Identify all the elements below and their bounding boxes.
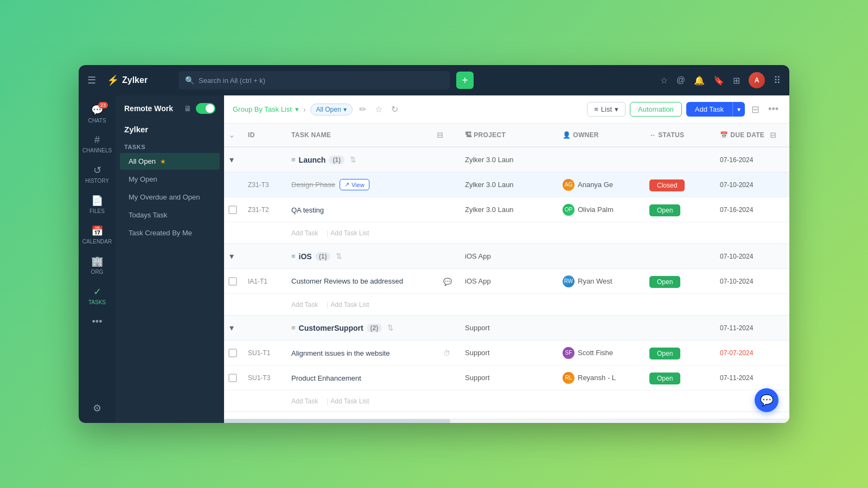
favorite-icon[interactable]: ☆ (373, 102, 385, 117)
nav-item-created-by-me[interactable]: Task Created By Me (120, 224, 220, 241)
table-row[interactable]: SU1-T3 Product Enhancement Support RL Re… (224, 365, 789, 390)
group-sort-icon-cs[interactable]: ⇅ (387, 324, 393, 332)
edit-icon[interactable]: ✏ (357, 102, 368, 117)
col-id: ID (248, 131, 291, 139)
sidebar-item-more[interactable]: ••• (82, 312, 112, 332)
add-task-link-launch[interactable]: Add Task (291, 229, 318, 237)
task-duedate-z31t2: 07-16-2024 (720, 206, 785, 214)
table-row[interactable]: Z31-T2 QA testing Zylker 3.0 Laun OP Oli… (224, 197, 789, 222)
filter-icon[interactable]: ⊟ (749, 101, 762, 118)
group-count-cs: (2) (367, 324, 382, 332)
sidebar-item-channels[interactable]: # CHANNELS (82, 130, 112, 158)
more-options-button[interactable]: ••• (766, 101, 781, 117)
add-task-list-link-cs[interactable]: Add Task List (330, 397, 369, 405)
owner-avatar-z31t2: OP (563, 204, 575, 216)
apps-grid-icon[interactable]: ⠿ (774, 74, 781, 86)
task-project-z31t2: Zylker 3.0 Laun (465, 206, 563, 214)
task-duedate-ia1t1: 07-10-2024 (720, 278, 785, 285)
at-icon[interactable]: @ (676, 75, 685, 85)
sidebar-item-history[interactable]: ↺ HISTORY (82, 160, 112, 188)
sidebar-item-org[interactable]: 🏢 ORG (82, 251, 112, 279)
topbar: ☰ ⚡ Zylker 🔍 + ☆ @ 🔔 🔖 ⊞ A ⠿ (79, 65, 789, 95)
owner-name-z31t2: Olivia Palm (578, 206, 614, 214)
group-row-customersupport[interactable]: ▾ ≡ CustomerSupport (2) ⇅ Support 07-11-… (224, 316, 789, 341)
bookmark-icon[interactable]: 🔖 (713, 75, 724, 86)
chat-fab-button[interactable]: 💬 (755, 388, 778, 412)
col-taskname: Task Name ⊟ (291, 131, 443, 139)
list-chevron: ▾ (615, 105, 618, 113)
refresh-icon[interactable]: ↻ (389, 102, 400, 117)
scrollbar-thumb[interactable] (224, 419, 450, 423)
add-task-button[interactable]: Add Task (686, 102, 732, 117)
task-checkbox-su1t3[interactable] (228, 374, 237, 382)
task-checkbox-ia1t1[interactable] (228, 277, 237, 286)
task-checkbox-z31t2[interactable] (228, 206, 237, 214)
group-sort-icon-ios[interactable]: ⇅ (336, 252, 342, 260)
sidebar-item-calendar[interactable]: 📅 CALENDAR (82, 221, 112, 249)
nav-item-all-open[interactable]: All Open ★ (120, 153, 220, 170)
group-row-ios[interactable]: ▾ ≡ iOS (1) ⇅ iOS App 07-10-2024 (224, 244, 789, 269)
tasks-icon: ✓ (93, 286, 101, 298)
sidebar-item-chats[interactable]: 💬 CHATS 23 (82, 100, 112, 128)
main-layout: 💬 CHATS 23 # CHANNELS ↺ HISTORY 📄 FILES … (79, 95, 789, 423)
automation-button[interactable]: Automation (630, 102, 682, 117)
task-status-cell-su1t3: Open (649, 373, 720, 383)
status-badge-ia1t1: Open (649, 276, 680, 288)
nav-item-my-open[interactable]: My Open (120, 171, 220, 188)
add-task-list-link-launch[interactable]: Add Task List (330, 229, 369, 237)
settings-icon: ⚙ (93, 402, 101, 414)
add-task-link-cs[interactable]: Add Task (291, 397, 318, 405)
search-bar[interactable]: 🔍 (178, 71, 450, 89)
user-avatar[interactable]: A (749, 72, 765, 88)
col-settings-icon[interactable]: ⊟ (770, 131, 776, 139)
chats-badge: 23 (98, 102, 108, 108)
group-by-breadcrumb[interactable]: Group By Task List ▾ (233, 105, 299, 113)
global-add-button[interactable]: + (456, 72, 474, 89)
group-chevron-ios[interactable]: ▾ (228, 250, 248, 262)
status-badge-su1t1: Open (649, 348, 680, 359)
table-row[interactable]: Z31-T3 Design Phase ↗ View Zylker 3.0 La… (224, 172, 789, 197)
view-icon: ↗ (344, 181, 349, 188)
group-sort-icon[interactable]: ⇅ (350, 156, 356, 164)
table-row[interactable]: IA1-T1 Customer Reviews to be addressed … (224, 269, 789, 294)
task-status-cell-z31t2: Open (649, 205, 720, 215)
horizontal-scrollbar[interactable] (224, 419, 789, 423)
nav-item-my-overdue[interactable]: My Overdue and Open (120, 189, 220, 206)
sidebar-item-files[interactable]: 📄 FILES (82, 190, 112, 219)
sidebar-item-settings[interactable]: ⚙ (82, 398, 112, 419)
star-icon[interactable]: ☆ (660, 75, 668, 86)
group-duedate-ios: 07-10-2024 (720, 253, 785, 260)
group-chevron-cs[interactable]: ▾ (228, 322, 248, 334)
col-project: 🏗 Project (465, 131, 563, 139)
sidebar-toggle[interactable] (196, 103, 215, 114)
task-name-cell-ia1t1: Customer Reviews to be addressed (291, 277, 443, 285)
search-input[interactable] (199, 76, 443, 85)
task-checkbox-su1t1[interactable] (228, 349, 237, 357)
table-row[interactable]: SU1-T1 Alignment issues in the website ⏱… (224, 341, 789, 365)
sidebar-item-tasks[interactable]: ✓ TASKS (82, 281, 112, 310)
taskname-sort-icon[interactable]: ⊟ (437, 131, 443, 139)
task-owner-su1t3: RL Reyansh - L (563, 372, 649, 384)
calendar-label: CALENDAR (82, 239, 112, 245)
group-chevron[interactable]: ▾ (228, 153, 248, 166)
bell-icon[interactable]: 🔔 (694, 75, 705, 86)
files-label: FILES (90, 208, 105, 214)
owner-name-ia1t1: Ryan West (578, 277, 612, 285)
add-task-list-link-ios[interactable]: Add Task List (330, 301, 369, 309)
col-status: ↔ Status (649, 131, 720, 139)
nav-item-todays-task[interactable]: Todays Task (120, 207, 220, 223)
status-badge-z31t3: Closed (649, 179, 685, 191)
owner-avatar-su1t3: RL (563, 372, 575, 384)
hamburger-icon[interactable]: ☰ (87, 74, 96, 86)
add-task-link-ios[interactable]: Add Task (291, 301, 318, 309)
view-button-z31t3[interactable]: ↗ View (340, 179, 369, 190)
list-view-button[interactable]: ≡ List ▾ (587, 102, 626, 117)
sidebar: Remote Work 🖥 Zylker Tasks All Open ★ My… (116, 95, 224, 423)
nav-label-my-open: My Open (129, 175, 157, 183)
group-count-launch: (1) (329, 156, 344, 164)
grid-icon[interactable]: ⊞ (733, 75, 740, 86)
group-duedate-launch: 07-16-2024 (720, 156, 785, 164)
filter-chip[interactable]: All Open ▾ (310, 104, 353, 115)
add-task-dropdown-button[interactable]: ▾ (732, 102, 745, 117)
group-row-launch[interactable]: ▾ ≡ Launch (1) ⇅ Zylker 3.0 Laun 07-16-2… (224, 147, 789, 172)
